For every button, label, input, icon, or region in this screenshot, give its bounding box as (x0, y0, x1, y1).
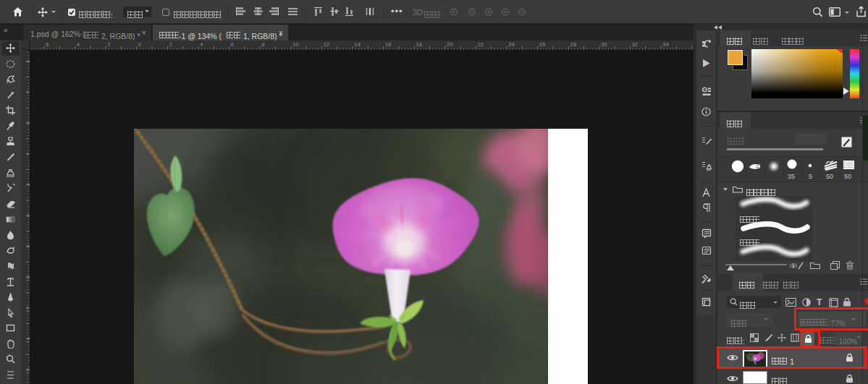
svg-text:20: 20 (447, 41, 453, 48)
svg-text:16: 16 (25, 367, 30, 374)
svg-text:8: 8 (25, 244, 30, 248)
svg-text:26: 26 (539, 41, 546, 48)
svg-text:18: 18 (416, 41, 422, 48)
svg-text:4: 4 (25, 183, 30, 187)
svg-text:2: 2 (25, 152, 30, 155)
svg-text:4: 4 (25, 59, 30, 63)
svg-text:32: 32 (631, 41, 638, 48)
svg-text:0: 0 (25, 121, 30, 124)
svg-text:10: 10 (292, 41, 299, 48)
svg-text:2: 2 (169, 41, 172, 48)
svg-text:8: 8 (261, 41, 265, 48)
svg-text:28: 28 (570, 41, 576, 48)
svg-text:6: 6 (231, 41, 235, 48)
svg-text:14: 14 (25, 337, 30, 344)
svg-text:0: 0 (138, 41, 142, 48)
svg-text:10: 10 (25, 275, 30, 281)
svg-text:4: 4 (77, 41, 80, 48)
svg-text:16: 16 (385, 41, 392, 48)
svg-text:34: 34 (662, 41, 669, 48)
svg-text:6: 6 (25, 213, 30, 217)
svg-text:2: 2 (107, 41, 111, 48)
svg-text:4: 4 (200, 41, 203, 48)
svg-text:2: 2 (25, 90, 30, 94)
svg-text:22: 22 (477, 41, 484, 48)
svg-text:6: 6 (46, 41, 49, 48)
svg-text:12: 12 (25, 306, 30, 312)
svg-text:14: 14 (354, 41, 361, 48)
svg-text:12: 12 (323, 41, 329, 48)
svg-text:24: 24 (508, 41, 515, 48)
svg-text:30: 30 (601, 41, 607, 48)
